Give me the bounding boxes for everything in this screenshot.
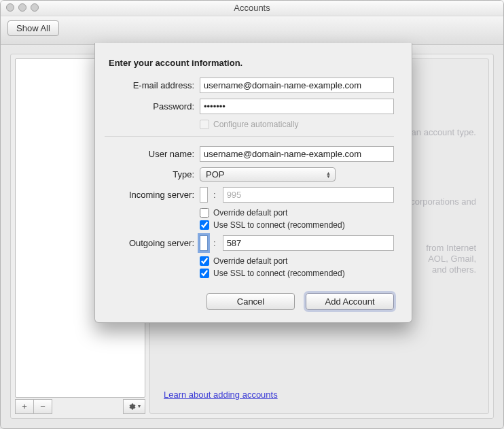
minimize-icon[interactable]: [18, 3, 26, 12]
sheet-title: Enter your account information.: [109, 58, 394, 68]
configure-auto-row: Configure automatically: [200, 120, 394, 129]
outgoing-server-field[interactable]: [200, 235, 208, 251]
close-icon[interactable]: [6, 3, 14, 12]
accounts-window: Accounts Show All + − ▾ select an accoun…: [0, 0, 504, 429]
window-controls: [6, 3, 39, 12]
learn-link[interactable]: Learn about adding accounts: [164, 390, 278, 400]
outgoing-port-field[interactable]: [223, 235, 394, 251]
incoming-label: Incoming server:: [105, 190, 200, 200]
divider: [105, 136, 394, 137]
outgoing-ssl-label: Use SSL to connect (recommended): [213, 269, 345, 278]
window-title: Accounts: [234, 3, 270, 13]
password-field[interactable]: [200, 99, 394, 114]
gear-icon: [128, 402, 136, 411]
show-all-button[interactable]: Show All: [7, 20, 59, 36]
titlebar: Accounts: [1, 1, 503, 16]
colon: :: [213, 190, 216, 200]
cancel-button[interactable]: Cancel: [206, 293, 295, 310]
configure-auto-label: Configure automatically: [213, 120, 298, 129]
username-label: User name:: [105, 149, 200, 159]
select-arrows-icon: ▲▼: [326, 171, 331, 178]
bg-text: AOL, Gmail,: [428, 254, 476, 264]
email-field[interactable]: [200, 78, 394, 93]
bg-text: and others.: [432, 264, 476, 275]
incoming-override-port-checkbox[interactable]: [200, 208, 209, 218]
toolbar: Show All: [1, 16, 503, 45]
outgoing-ssl-checkbox[interactable]: [200, 269, 209, 278]
password-label: Password:: [105, 101, 200, 111]
configure-auto-checkbox: [200, 120, 209, 129]
incoming-ssl-label: Use SSL to connect (recommended): [213, 220, 345, 230]
bg-text: from Internet: [426, 243, 476, 253]
incoming-server-field[interactable]: [200, 187, 208, 203]
bg-text: corporations and: [410, 196, 476, 207]
outgoing-label: Outgoing server:: [105, 238, 200, 248]
email-label: E-mail address:: [105, 80, 200, 90]
incoming-ssl-checkbox[interactable]: [200, 220, 209, 230]
add-account-icon[interactable]: +: [15, 399, 34, 414]
zoom-icon[interactable]: [31, 3, 39, 12]
incoming-override-port-label: Override default port: [213, 208, 287, 218]
type-select[interactable]: POP ▲▼: [200, 167, 336, 182]
chevron-down-icon: ▾: [138, 400, 141, 413]
account-sheet: Enter your account information. E-mail a…: [94, 43, 412, 323]
type-value: POP: [206, 169, 224, 179]
add-account-button[interactable]: Add Account: [306, 293, 394, 310]
remove-account-icon[interactable]: −: [33, 399, 52, 414]
sidebar-footer: + − ▾: [15, 399, 145, 414]
username-field[interactable]: [200, 146, 394, 162]
button-row: Cancel Add Account: [105, 293, 394, 310]
type-label: Type:: [105, 169, 200, 179]
outgoing-override-port-label: Override default port: [213, 256, 287, 266]
incoming-port-field[interactable]: [223, 187, 394, 203]
outgoing-override-port-checkbox[interactable]: [200, 256, 209, 266]
action-menu-button[interactable]: ▾: [123, 399, 145, 414]
colon: :: [213, 238, 216, 248]
